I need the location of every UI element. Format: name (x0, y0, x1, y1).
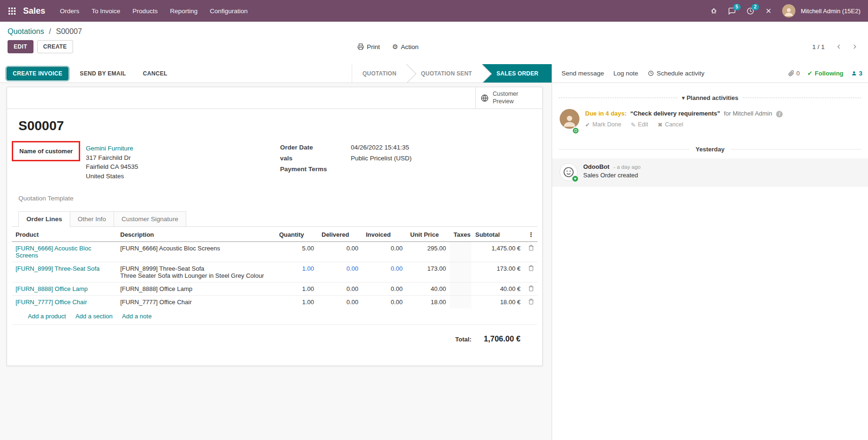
planned-activities-header: ▾ Planned activities (559, 94, 861, 101)
mark-done-label: Mark Done (592, 121, 621, 128)
state-quotation-sent[interactable]: QUOTATION SENT (407, 64, 482, 83)
menu-configuration[interactable]: Configuration (204, 1, 254, 21)
activity-avatar[interactable] (560, 109, 579, 129)
cancel-activity-button[interactable]: ✖Cancel (658, 121, 683, 128)
table-row[interactable]: [FURN_6666] Acoustic Bloc Screens [FURN_… (12, 242, 537, 262)
following-button[interactable]: ✔ Following (807, 70, 843, 77)
dashed-line (559, 98, 677, 98)
col-unit-price[interactable]: Unit Price (406, 228, 450, 242)
add-product-link[interactable]: Add a product (28, 313, 66, 320)
send-by-email-button[interactable]: SEND BY EMAIL (74, 67, 132, 80)
print-button[interactable]: Print (357, 43, 380, 50)
quotation-template-field[interactable]: Quotation Template (18, 195, 542, 202)
followers-button[interactable]: 3 (851, 70, 862, 77)
line-quantity: 1.00 (275, 282, 318, 296)
user-name[interactable]: Mitchell Admin (15E2) (801, 8, 860, 15)
add-note-link[interactable]: Add a note (122, 313, 152, 320)
product-link[interactable]: [FURN_8999] Three-Seat Sofa (16, 265, 99, 272)
col-quantity[interactable]: Quantity (275, 228, 318, 242)
activities-icon[interactable]: 2 (742, 3, 759, 19)
pager-prev-icon[interactable] (833, 41, 844, 52)
order-lines-table: Product Description Quantity Delivered I… (12, 228, 537, 308)
col-delivered[interactable]: Delivered (318, 228, 362, 242)
delete-line-icon[interactable] (524, 262, 537, 282)
line-delivered: 0.00 (318, 282, 362, 296)
customer-preview-button[interactable]: Customer Preview (475, 87, 542, 108)
close-icon[interactable] (761, 3, 777, 18)
delete-line-icon[interactable] (524, 282, 537, 296)
divider-line (730, 149, 861, 149)
edit-activity-button[interactable]: ✎Edit (631, 121, 648, 128)
customer-preview-label: Customer Preview (493, 91, 537, 105)
menu-products[interactable]: Products (126, 1, 164, 21)
menu-reporting[interactable]: Reporting (164, 1, 204, 21)
table-row[interactable]: [FURN_7777] Office Chair [FURN_7777] Off… (12, 296, 537, 309)
pricelist-value[interactable]: Public Pricelist (USD) (351, 155, 412, 162)
form-area: Customer Preview S00007 Name of customer… (0, 83, 552, 440)
state-quotation[interactable]: QUOTATION (352, 64, 407, 83)
planned-activities-title: Planned activities (686, 94, 738, 101)
mark-done-button[interactable]: ✔Mark Done (585, 121, 621, 128)
action-button[interactable]: ⚙ Action (392, 43, 419, 50)
line-taxes (450, 242, 471, 262)
check-icon: ✔ (585, 121, 590, 128)
app-name[interactable]: Sales (23, 6, 45, 16)
customer-label-highlight: Name of customer (12, 141, 80, 161)
chatter-topbar-right: 0 ✔ Following 3 (788, 70, 862, 77)
activity-due: Due in 4 days: (585, 110, 627, 117)
optional-columns-icon[interactable]: ⋮ (524, 228, 537, 242)
check-icon: ✔ (807, 70, 812, 77)
order-date-value[interactable]: 04/26/2022 15:41:35 (351, 144, 409, 151)
document-sheet: Customer Preview S00007 Name of customer… (7, 87, 543, 366)
log-note-button[interactable]: Log note (610, 67, 642, 80)
delete-line-icon[interactable] (524, 296, 537, 309)
edit-activity-label: Edit (638, 121, 648, 128)
line-description: [FURN_8888] Office Lamp (120, 285, 272, 292)
col-subtotal[interactable]: Subtotal (471, 228, 524, 242)
edit-button[interactable]: EDIT (8, 40, 33, 53)
tab-customer-signature[interactable]: Customer Signature (114, 211, 186, 226)
chatter-panel: ▾ Planned activities Due in 4 days: “Che… (552, 83, 868, 440)
send-message-button[interactable]: Send message (558, 67, 608, 80)
menu-to-invoice[interactable]: To Invoice (85, 1, 126, 21)
pager-next-icon[interactable] (849, 41, 860, 52)
info-icon[interactable]: i (776, 111, 783, 117)
create-invoice-button[interactable]: CREATE INVOICE (7, 67, 68, 80)
col-product[interactable]: Product (12, 228, 116, 242)
tab-other-info[interactable]: Other Info (70, 211, 114, 226)
cancel-order-button[interactable]: CANCEL (137, 67, 173, 80)
col-description[interactable]: Description (116, 228, 275, 242)
product-link[interactable]: [FURN_6666] Acoustic Bloc Screens (16, 245, 91, 259)
state-sales-order[interactable]: SALES ORDER (482, 64, 552, 83)
breadcrumb-quotations-link[interactable]: Quotations (8, 27, 44, 35)
apps-grid-icon[interactable] (6, 5, 18, 17)
field-pricelist: vals Public Pricelist (USD) (280, 155, 412, 162)
product-link[interactable]: [FURN_7777] Office Chair (16, 299, 87, 306)
print-label: Print (367, 43, 380, 50)
table-row[interactable]: [FURN_8999] Three-Seat Sofa [FURN_8999] … (12, 262, 537, 282)
line-description: [FURN_7777] Office Chair (120, 299, 272, 306)
col-invoiced[interactable]: Invoiced (362, 228, 406, 242)
navbar-right: 5 2 Mitchell Admin (15E2) (706, 3, 862, 19)
customer-link[interactable]: Gemini Furniture (86, 145, 133, 152)
attachment-button[interactable]: 0 (788, 70, 800, 77)
delete-line-icon[interactable] (524, 242, 537, 262)
user-avatar[interactable] (782, 4, 795, 17)
pricelist-label: vals (280, 155, 351, 162)
table-row[interactable]: [FURN_8888] Office Lamp [FURN_8888] Offi… (12, 282, 537, 296)
person-icon (851, 70, 857, 76)
line-taxes (450, 282, 471, 296)
messages-icon[interactable]: 5 (724, 3, 740, 19)
line-invoiced: 0.00 (362, 242, 406, 262)
create-button[interactable]: CREATE (37, 40, 73, 53)
product-link[interactable]: [FURN_8888] Office Lamp (16, 285, 88, 292)
add-section-link[interactable]: Add a section (75, 313, 113, 320)
col-taxes[interactable]: Taxes (450, 228, 471, 242)
tab-order-lines[interactable]: Order Lines (18, 211, 70, 226)
schedule-activity-button[interactable]: Schedule activity (644, 67, 708, 80)
message-author[interactable]: OdooBot (583, 163, 610, 170)
planned-activities-toggle[interactable]: ▾ Planned activities (682, 94, 738, 101)
attachment-count: 0 (796, 70, 800, 77)
bug-icon[interactable] (706, 3, 722, 18)
menu-orders[interactable]: Orders (54, 1, 85, 21)
